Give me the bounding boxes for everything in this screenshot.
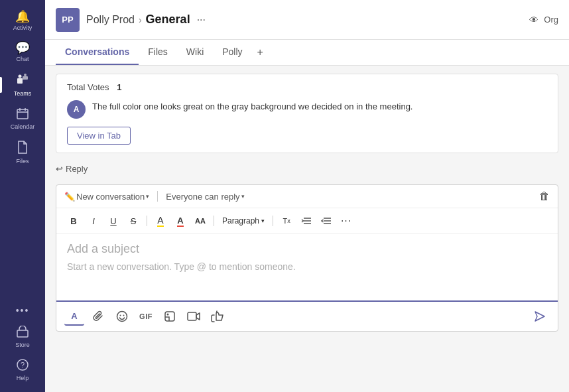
team-name: Polly Prod bbox=[86, 14, 135, 26]
clear-format-button[interactable]: Tx bbox=[277, 212, 296, 229]
sidebar-item-calendar[interactable]: Calendar bbox=[0, 102, 45, 135]
font-size-button[interactable]: AA bbox=[191, 212, 210, 229]
message-text: The full color one looks great on the gr… bbox=[92, 100, 547, 113]
avatar: A bbox=[67, 100, 86, 119]
paragraph-chevron: ▾ bbox=[261, 218, 265, 224]
calendar-icon bbox=[17, 107, 29, 121]
total-votes-row: Total Votes 1 bbox=[67, 82, 547, 92]
delete-button[interactable]: 🗑 bbox=[539, 190, 550, 202]
svg-rect-1 bbox=[23, 76, 28, 80]
reply-button[interactable]: ↩ Reply bbox=[56, 159, 558, 174]
chevron-down-icon-2: ▾ bbox=[241, 193, 245, 200]
org-label: Org bbox=[544, 15, 558, 25]
svg-point-19 bbox=[123, 315, 125, 316]
chat-icon: 💬 bbox=[15, 42, 30, 54]
everyone-reply-label: Everyone can reply bbox=[166, 192, 239, 202]
sidebar-item-chat[interactable]: 💬 Chat bbox=[0, 36, 45, 68]
tab-wiki[interactable]: Wiki bbox=[177, 40, 213, 65]
svg-point-21 bbox=[167, 314, 169, 316]
svg-rect-8 bbox=[17, 330, 28, 337]
send-button[interactable] bbox=[530, 307, 550, 326]
composer-top-toolbar: ✏️ New conversation ▾ Everyone can reply… bbox=[56, 185, 558, 208]
sidebar-label-store: Store bbox=[15, 342, 30, 348]
store-icon bbox=[17, 326, 29, 340]
svg-text:?: ? bbox=[21, 361, 25, 369]
body-field[interactable]: Start a new conversation. Type @ to ment… bbox=[67, 261, 547, 272]
sidebar-item-more[interactable]: ••• bbox=[0, 300, 45, 320]
channel-name: General bbox=[146, 13, 190, 27]
more-format-button[interactable]: ··· bbox=[337, 212, 355, 229]
conversations-content: Total Votes 1 A The full color one looks… bbox=[45, 66, 569, 392]
indent-increase-button[interactable] bbox=[317, 212, 336, 229]
add-tab-button[interactable]: + bbox=[252, 40, 269, 65]
sidebar-item-store[interactable]: Store bbox=[0, 320, 45, 354]
svg-point-3 bbox=[24, 74, 27, 76]
svg-point-18 bbox=[120, 315, 121, 316]
sidebar-item-teams[interactable]: Teams bbox=[0, 68, 45, 102]
emoji-button[interactable] bbox=[112, 307, 132, 326]
message-card: Total Votes 1 A The full color one looks… bbox=[56, 74, 558, 153]
teams-icon bbox=[16, 73, 29, 88]
reply-label: Reply bbox=[66, 164, 88, 174]
meet-button[interactable] bbox=[184, 307, 204, 326]
bottom-toolbar: A GIF bbox=[56, 300, 558, 331]
org-button[interactable]: 👁 Org bbox=[529, 15, 558, 25]
paragraph-dropdown[interactable]: Paragraph ▾ bbox=[218, 214, 269, 228]
fmt-sep-1 bbox=[147, 216, 147, 226]
activity-icon: 🔔 bbox=[15, 11, 30, 23]
sidebar-label-activity: Activity bbox=[13, 25, 32, 31]
tabs-bar: Conversations Files Wiki Polly + bbox=[45, 40, 569, 66]
message-row: A The full color one looks great on the … bbox=[67, 100, 547, 119]
toolbar-separator bbox=[157, 191, 158, 202]
sidebar-label-calendar: Calendar bbox=[11, 123, 35, 130]
strikethrough-button[interactable]: S bbox=[124, 212, 143, 229]
channel-options-button[interactable]: ··· bbox=[197, 14, 206, 26]
underline-button[interactable]: U bbox=[104, 212, 123, 229]
view-in-tab-button[interactable]: View in Tab bbox=[67, 127, 131, 145]
paragraph-label: Paragraph bbox=[222, 216, 259, 226]
tab-files[interactable]: Files bbox=[139, 40, 177, 65]
svg-point-2 bbox=[19, 75, 22, 78]
everyone-can-reply-button[interactable]: Everyone can reply ▾ bbox=[166, 192, 244, 202]
highlight-button[interactable]: A bbox=[151, 212, 170, 229]
attach-button[interactable] bbox=[88, 307, 108, 326]
sidebar-item-help[interactable]: ? Help bbox=[0, 354, 45, 387]
svg-rect-0 bbox=[17, 78, 23, 84]
total-votes-value: 1 bbox=[117, 82, 121, 92]
eye-icon: 👁 bbox=[529, 15, 538, 25]
pencil-icon: ✏️ bbox=[64, 192, 75, 202]
fmt-sep-2 bbox=[214, 216, 214, 226]
svg-rect-22 bbox=[188, 312, 196, 320]
fmt-sep-3 bbox=[273, 216, 273, 226]
italic-button[interactable]: I bbox=[84, 212, 103, 229]
reply-arrow-icon: ↩ bbox=[56, 164, 63, 174]
sidebar-item-files[interactable]: Files bbox=[0, 135, 45, 170]
total-votes-label: Total Votes bbox=[67, 82, 109, 92]
sidebar-item-activity[interactable]: 🔔 Activity bbox=[0, 5, 45, 36]
font-color-button[interactable]: A bbox=[171, 212, 190, 229]
chevron-down-icon: ▾ bbox=[146, 193, 149, 200]
tab-conversations[interactable]: Conversations bbox=[56, 40, 139, 65]
main-panel: PP Polly Prod › General ··· 👁 Org Conver… bbox=[45, 0, 569, 392]
channel-header: PP Polly Prod › General ··· 👁 Org bbox=[45, 0, 569, 40]
more-icon: ••• bbox=[16, 306, 30, 315]
sidebar-label-chat: Chat bbox=[16, 56, 29, 62]
like-button[interactable] bbox=[208, 307, 227, 326]
team-avatar: PP bbox=[56, 8, 80, 32]
help-icon: ? bbox=[17, 359, 29, 373]
sidebar: 🔔 Activity 💬 Chat Teams Calendar bbox=[0, 0, 45, 392]
compose-area[interactable]: Add a subject Start a new conversation. … bbox=[56, 234, 558, 300]
tab-polly[interactable]: Polly bbox=[213, 40, 251, 65]
text-format-button[interactable]: A bbox=[64, 307, 84, 326]
gif-button[interactable]: GIF bbox=[136, 307, 156, 326]
svg-rect-4 bbox=[17, 109, 28, 119]
new-conversation-button[interactable]: ✏️ New conversation ▾ bbox=[64, 192, 149, 202]
bold-button[interactable]: B bbox=[64, 212, 83, 229]
subject-field[interactable]: Add a subject bbox=[67, 242, 547, 256]
sidebar-label-help: Help bbox=[17, 375, 29, 381]
format-toolbar: B I U S A A AA Paragraph ▾ Tx bbox=[56, 208, 558, 234]
svg-rect-20 bbox=[165, 312, 174, 321]
sticker-button[interactable] bbox=[160, 307, 180, 326]
indent-decrease-button[interactable] bbox=[297, 212, 316, 229]
sidebar-label-files: Files bbox=[16, 158, 29, 164]
